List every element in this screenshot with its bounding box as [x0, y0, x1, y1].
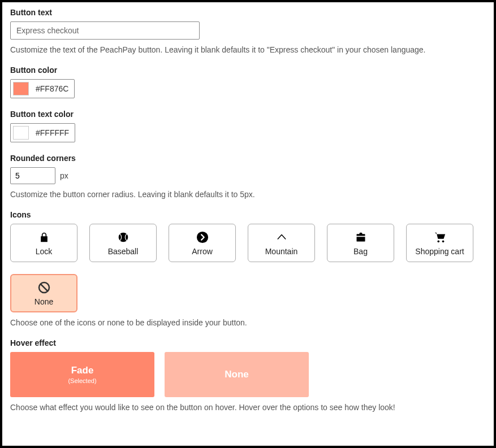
- button-text-color-swatch: [13, 126, 29, 140]
- lock-icon: [37, 230, 51, 244]
- hover-option-none[interactable]: None: [165, 352, 309, 397]
- hover-label: Hover effect: [10, 338, 486, 347]
- hover-option-title: Fade: [71, 365, 94, 376]
- icons-help: Choose one of the icons or none to be di…: [10, 318, 486, 327]
- button-color-field[interactable]: #FF876C: [10, 79, 75, 98]
- button-color-swatch: [13, 82, 29, 95]
- button-text-input[interactable]: [10, 21, 200, 40]
- cart-icon: [433, 230, 447, 244]
- icons-label: Icons: [10, 210, 486, 219]
- icon-option-none[interactable]: None: [10, 274, 77, 312]
- icon-option-mountain[interactable]: Mountain: [248, 224, 315, 262]
- icon-option-arrow[interactable]: Arrow: [169, 224, 236, 262]
- button-text-color-value: #FFFFFF: [36, 128, 69, 137]
- rounded-input[interactable]: [10, 167, 55, 184]
- none-icon: [37, 281, 51, 294]
- icon-option-label: Baseball: [108, 247, 139, 256]
- icon-option-label: Shopping cart: [415, 247, 464, 256]
- bag-icon: [354, 230, 368, 244]
- icon-option-label: Arrow: [192, 247, 213, 256]
- hover-option-sub: (Selected): [68, 377, 96, 384]
- hover-option-title: None: [225, 369, 249, 380]
- svg-point-3: [442, 240, 444, 242]
- rounded-unit: px: [60, 171, 68, 180]
- icon-option-bag[interactable]: Bag: [327, 224, 394, 262]
- icon-option-baseball[interactable]: Baseball: [89, 224, 157, 262]
- arrow-icon: [196, 230, 209, 244]
- button-text-help: Customize the text of the PeachPay butto…: [10, 45, 486, 54]
- button-text-color-label: Button text color: [10, 110, 486, 119]
- icon-option-label: Lock: [36, 247, 53, 256]
- button-color-value: #FF876C: [36, 84, 68, 93]
- icon-option-label: Mountain: [265, 247, 298, 256]
- hover-help: Choose what effect you would like to see…: [10, 403, 486, 412]
- button-text-label: Button text: [10, 8, 486, 17]
- icon-option-cart[interactable]: Shopping cart: [406, 224, 473, 262]
- hover-option-fade[interactable]: Fade (Selected): [10, 352, 154, 397]
- baseball-icon: [117, 230, 130, 244]
- icon-option-label: Bag: [353, 247, 368, 256]
- svg-point-1: [196, 231, 208, 242]
- svg-point-0: [118, 232, 128, 242]
- button-color-label: Button color: [10, 66, 486, 75]
- svg-point-2: [437, 240, 439, 242]
- button-text-color-field[interactable]: #FFFFFF: [10, 123, 75, 142]
- icon-option-lock[interactable]: Lock: [10, 224, 77, 262]
- rounded-help: Customize the button corner radius. Leav…: [10, 190, 486, 199]
- svg-line-5: [41, 284, 48, 291]
- mountain-icon: [275, 230, 288, 244]
- icon-option-label: None: [34, 297, 53, 306]
- rounded-label: Rounded corners: [10, 154, 486, 163]
